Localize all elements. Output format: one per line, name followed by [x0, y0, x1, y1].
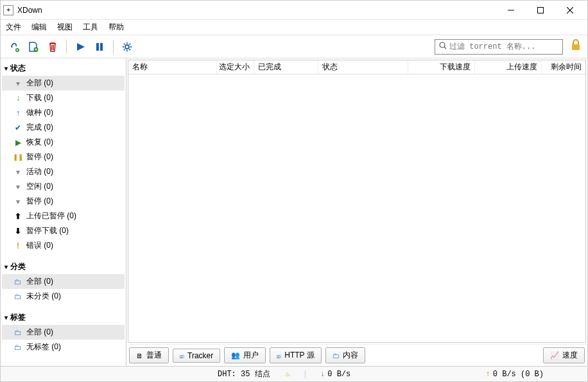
svg-line-14: [130, 49, 130, 49]
sidebar-item-paused[interactable]: ❚❚ 暂停 (0): [2, 150, 125, 164]
sidebar-item-category-uncategorized[interactable]: 🗀 未分类 (0): [2, 289, 125, 304]
menu-edit[interactable]: 编辑: [31, 22, 47, 33]
tab-label: 用户: [243, 350, 259, 361]
sidebar-item-label: 全部 (0): [26, 327, 53, 338]
delete-icon[interactable]: [44, 39, 61, 55]
tab-general[interactable]: 🗎 普通: [129, 347, 169, 363]
close-button[interactable]: [555, 1, 585, 20]
settings-icon[interactable]: [119, 39, 135, 55]
filter-icon: ▾: [13, 182, 22, 191]
app-icon: ✦: [3, 5, 13, 15]
chevron-down-icon: ▾: [4, 263, 8, 270]
tab-label: HTTP 源: [284, 350, 314, 361]
sidebar-item-stalled[interactable]: ▾ 暂停 (0): [2, 194, 125, 209]
pause-icon[interactable]: [91, 39, 108, 55]
tab-speed[interactable]: 📈 速度: [543, 347, 585, 363]
sidebar-item-all[interactable]: ▾ 全部 (0): [2, 76, 125, 91]
sidebar-item-completed[interactable]: ✔ 完成 (0): [2, 120, 125, 135]
main-area: ▾ 状态 ▾ 全部 (0) ↓ 下载 (0) ↑ 做种 (0) ✔ 完成 (0)…: [1, 58, 587, 366]
sidebar-item-label: 暂停 (0): [26, 152, 53, 162]
torrent-table: 名称 选定大小 已完成 状态 下载速度 上传速度 剩余时间: [128, 60, 586, 343]
lock-icon[interactable]: [569, 39, 582, 55]
sidebar-item-label: 无标签 (0): [26, 342, 61, 352]
error-icon: !: [13, 241, 22, 250]
sidebar-group-status[interactable]: ▾ 状态: [2, 61, 125, 76]
sidebar-item-label: 暂停 (0): [26, 196, 53, 207]
menu-file[interactable]: 文件: [6, 22, 21, 33]
window-controls: [496, 1, 585, 20]
status-dht-text: DHT: 35 结点: [218, 369, 270, 379]
sidebar-group-label: 标签: [10, 312, 26, 323]
svg-line-16: [130, 44, 130, 44]
folder-icon: 🗀: [13, 343, 22, 352]
sidebar-item-tags-untagged[interactable]: 🗀 无标签 (0): [2, 340, 125, 354]
tab-label: 普通: [146, 350, 162, 361]
sidebar-item-inactive[interactable]: ▾ 空闲 (0): [2, 179, 125, 194]
sidebar-item-label: 未分类 (0): [26, 291, 61, 302]
search-box[interactable]: [435, 39, 563, 55]
arrow-up-icon: ⬆: [13, 212, 22, 221]
tab-label: Tracker: [187, 351, 213, 360]
tab-http-sources[interactable]: ⎄ HTTP 源: [270, 347, 321, 363]
tab-tracker[interactable]: ⎄ Tracker: [173, 349, 220, 363]
search-icon: [439, 42, 447, 51]
bottom-tabs: 🗎 普通 ⎄ Tracker 👥 用户 ⎄ HTTP 源 🗀 内容 📈: [126, 344, 587, 366]
horizontal-scrollbar[interactable]: [128, 331, 585, 342]
check-icon: ✔: [13, 123, 22, 132]
svg-rect-1: [538, 7, 544, 13]
maximize-button[interactable]: [526, 1, 555, 20]
svg-line-13: [124, 44, 125, 44]
sidebar-item-category-all[interactable]: 🗀 全部 (0): [2, 274, 125, 289]
add-file-icon[interactable]: [25, 39, 42, 55]
sidebar-item-label: 下载 (0): [26, 92, 53, 103]
search-input[interactable]: [449, 42, 558, 51]
play-icon[interactable]: [72, 39, 89, 55]
chevron-down-icon: ▾: [4, 314, 8, 321]
tracker-icon: ⎄: [180, 352, 184, 360]
content-pane: 名称 选定大小 已完成 状态 下载速度 上传速度 剩余时间 🗎 普通 ⎄ Tra…: [126, 58, 587, 366]
sidebar-item-tags-all[interactable]: 🗀 全部 (0): [2, 325, 125, 340]
sidebar-item-label: 做种 (0): [26, 107, 53, 118]
sidebar-item-active[interactable]: ▾ 活动 (0): [2, 164, 125, 179]
menu-tools[interactable]: 工具: [83, 22, 98, 33]
sidebar-item-upload-paused[interactable]: ⬆ 上传已暂停 (0): [2, 209, 125, 223]
sidebar-item-label: 全部 (0): [26, 276, 53, 287]
sidebar-item-seeding[interactable]: ↑ 做种 (0): [2, 105, 125, 120]
column-status[interactable]: 状态: [318, 60, 408, 74]
http-icon: ⎄: [277, 352, 281, 360]
column-eta[interactable]: 剩余时间: [542, 60, 585, 74]
minimize-button[interactable]: [496, 1, 526, 20]
column-size[interactable]: 选定大小: [217, 60, 254, 74]
download-icon: ↓: [13, 94, 22, 103]
column-done[interactable]: 已完成: [254, 60, 318, 74]
status-dht: DHT: 35 结点: [218, 369, 270, 379]
tab-content[interactable]: 🗀 内容: [325, 347, 365, 363]
folder-icon: 🗀: [13, 277, 22, 286]
svg-point-17: [440, 42, 445, 48]
menu-help[interactable]: 帮助: [108, 22, 124, 33]
status-up-text: 0 B/s (0 B): [493, 370, 544, 379]
column-name[interactable]: 名称: [128, 60, 217, 74]
sidebar-item-errored[interactable]: ! 错误 (0): [2, 238, 125, 253]
upload-icon: ↑: [13, 109, 22, 117]
sidebar-item-label: 完成 (0): [26, 122, 53, 133]
svg-rect-6: [96, 43, 99, 51]
status-dl-text: 0 B/s: [327, 370, 350, 379]
sidebar-item-downloading[interactable]: ↓ 下载 (0): [2, 91, 125, 105]
sidebar-item-resumed[interactable]: ▶ 恢复 (0): [2, 135, 125, 150]
folder-icon: 🗀: [333, 352, 340, 360]
table-body: [128, 74, 585, 331]
add-link-icon[interactable]: [6, 39, 22, 55]
sidebar-item-download-paused[interactable]: ⬇ 暂停下载 (0): [2, 223, 125, 238]
sidebar-item-label: 恢复 (0): [26, 137, 53, 148]
column-dlspeed[interactable]: 下载速度: [408, 60, 475, 74]
toolbar-divider: [66, 40, 67, 54]
column-upspeed[interactable]: 上传速度: [475, 60, 542, 74]
sidebar-group-tags[interactable]: ▾ 标签: [2, 310, 125, 325]
menu-view[interactable]: 视图: [57, 22, 73, 33]
sidebar-group-category[interactable]: ▾ 分类: [2, 259, 125, 274]
tab-users[interactable]: 👥 用户: [224, 347, 266, 363]
arrow-up-icon: ↑: [486, 370, 490, 379]
toolbar-divider: [113, 40, 114, 54]
folder-icon: 🗀: [13, 328, 22, 337]
